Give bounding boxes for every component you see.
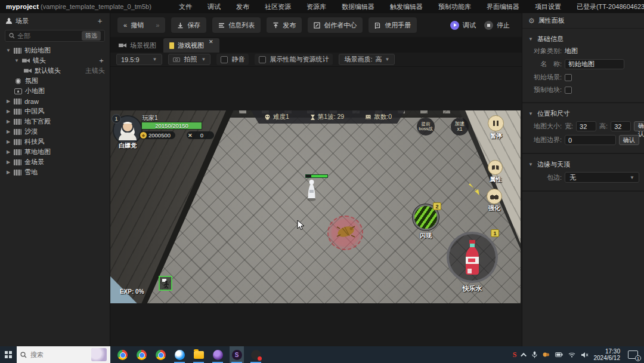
menu-debug[interactable]: 调试 xyxy=(208,2,221,11)
caret-collapsed-icon[interactable]: ▶ xyxy=(6,139,11,144)
tree-item-initial-map[interactable]: ▼初始地图 xyxy=(0,45,110,56)
stop-button[interactable]: 停止 xyxy=(484,21,510,30)
tree-item-minimap[interactable]: 小地图 xyxy=(0,86,110,96)
attributes-button[interactable] xyxy=(488,160,503,175)
browser-icon[interactable] xyxy=(115,346,129,363)
section-basic-header[interactable]: ▼基础信息 xyxy=(522,33,644,45)
start-button[interactable] xyxy=(0,346,17,363)
editor-app-icon[interactable]: S xyxy=(230,346,244,363)
tree-item-chinese-style[interactable]: ▶中国风 xyxy=(0,106,110,116)
recorder-app-icon[interactable] xyxy=(249,346,263,363)
save-button[interactable]: 保存 xyxy=(171,17,206,33)
info-list-button[interactable]: 信息列表 xyxy=(212,17,261,33)
filter-button[interactable]: 筛选 xyxy=(82,31,101,41)
player-name: 白嫖党 xyxy=(110,141,145,150)
aspect-ratio-select[interactable]: 19.5:9▼ xyxy=(116,54,162,65)
game-viewport[interactable]: 难度1 第1波: 29 敌数:0 xyxy=(110,110,521,303)
mute-checkbox[interactable] xyxy=(221,56,228,63)
battery-icon[interactable] xyxy=(555,352,563,357)
section-size-header[interactable]: ▼位置和尺寸 xyxy=(522,108,644,119)
tree-item-draw[interactable]: ▶draw xyxy=(0,96,110,106)
confirm-size-button[interactable]: 确认 xyxy=(634,121,644,131)
volume-muted-icon[interactable] xyxy=(581,352,589,358)
redo-button[interactable]: » xyxy=(150,17,165,33)
taskbar-search-input[interactable] xyxy=(30,351,88,358)
menu-logged-in[interactable]: 已登录(TT-2048604623) xyxy=(577,2,644,11)
menu-publish[interactable]: 发布 xyxy=(236,2,249,11)
tree-item-tech-style[interactable]: ▶科技风 xyxy=(0,137,110,147)
skill-cola-button[interactable] xyxy=(447,232,498,283)
pause-button[interactable] xyxy=(488,115,504,131)
menu-file[interactable]: 文件 xyxy=(179,2,192,11)
caret-expanded-icon[interactable]: ▼ xyxy=(14,58,19,63)
add-camera-button[interactable]: ＋ xyxy=(98,56,105,66)
tree-item-grass-map[interactable]: ▶草地地图 xyxy=(0,147,110,157)
tree-item-gold-scene[interactable]: ▶金场景 xyxy=(0,157,110,167)
caret-collapsed-icon[interactable]: ▶ xyxy=(6,99,11,104)
add-scene-button[interactable]: ＋ xyxy=(96,16,104,26)
prefab-tile-checkbox[interactable] xyxy=(565,87,572,94)
browser-icon[interactable] xyxy=(134,346,148,363)
publish-button[interactable]: 发布 xyxy=(267,17,302,33)
initial-scene-checkbox[interactable] xyxy=(565,74,572,81)
caret-expanded-icon[interactable]: ▼ xyxy=(6,48,11,53)
tray-orange-icon[interactable] xyxy=(543,352,550,358)
snapshot-button[interactable]: 拍照▼ xyxy=(168,54,211,65)
tree-item-camera-group[interactable]: ▼镜头＋ xyxy=(0,56,110,66)
debug-button[interactable]: 调试 xyxy=(450,21,476,30)
caret-collapsed-icon[interactable]: ▶ xyxy=(6,149,11,155)
map-width-input[interactable] xyxy=(576,121,596,131)
caret-collapsed-icon[interactable]: ▶ xyxy=(6,129,11,134)
menu-community-resources[interactable]: 社区资源 xyxy=(265,2,291,11)
caret-collapsed-icon[interactable]: ▶ xyxy=(6,159,11,165)
tree-item-underground-palace[interactable]: ▶地下宫殿 xyxy=(0,116,110,127)
tab-game-view[interactable]: 游戏视图✕ xyxy=(163,38,219,53)
menu-ui-editor[interactable]: 界面编辑器 xyxy=(487,2,519,11)
undo-button[interactable]: «撤销 xyxy=(117,17,150,33)
map-height-input[interactable] xyxy=(611,121,631,131)
perf-stats-checkbox[interactable] xyxy=(259,56,266,63)
section-edge-header[interactable]: ▼边缘与天顶 xyxy=(522,159,644,170)
microphone-icon[interactable] xyxy=(532,351,537,358)
menu-resource-library[interactable]: 资源库 xyxy=(306,2,326,11)
menu-project-settings[interactable]: 项目设置 xyxy=(535,2,561,11)
manual-button[interactable]: 使用手册 xyxy=(369,17,417,33)
scene-quality-select[interactable]: 场景画质:高▼ xyxy=(339,54,395,65)
tree-item-atmosphere[interactable]: 氛围 xyxy=(0,76,110,86)
clock[interactable]: 17:302024/6/12 xyxy=(594,348,621,362)
menu-prefab-library[interactable]: 预制功能库 xyxy=(438,2,471,11)
menu-data-editor[interactable]: 数据编辑器 xyxy=(342,2,374,11)
purple-app-icon[interactable] xyxy=(210,346,225,363)
confirm-border-button[interactable]: 确认 xyxy=(619,135,639,145)
early-boss-button[interactable]: 提前boss战 xyxy=(417,118,435,136)
map-icon xyxy=(14,109,21,115)
caret-collapsed-icon[interactable]: ▶ xyxy=(6,170,11,175)
enhance-button[interactable] xyxy=(487,189,502,204)
notification-icon[interactable]: 1 xyxy=(628,350,638,359)
caret-collapsed-icon[interactable]: ▶ xyxy=(6,109,11,114)
wifi-icon[interactable] xyxy=(568,352,575,358)
browser-blue-icon[interactable] xyxy=(172,346,187,363)
gear-icon: ⚙ xyxy=(528,17,535,25)
speed-up-button[interactable]: 加速x1 xyxy=(451,118,469,136)
tree-item-default-camera[interactable]: 默认镜头主镜头 xyxy=(0,66,110,76)
tray-red-s-icon[interactable]: S xyxy=(513,350,517,359)
search-icon xyxy=(20,352,27,358)
menu-trigger-editor[interactable]: 触发编辑器 xyxy=(390,2,423,11)
taskbar-search[interactable] xyxy=(17,346,110,363)
tree-item-snow[interactable]: ▶雪地 xyxy=(0,167,110,177)
wrap-edge-select[interactable]: 无▼ xyxy=(565,172,639,183)
creator-center-button[interactable]: 创作者中心 xyxy=(308,17,363,33)
name-input[interactable] xyxy=(565,59,624,69)
tree-item-desert[interactable]: ▶沙漠 xyxy=(0,127,110,137)
scene-search-input[interactable] xyxy=(17,32,79,39)
tutorial-arrow-icon xyxy=(466,183,482,196)
unit-marker[interactable] xyxy=(159,276,172,291)
tab-scene-view[interactable]: 场景视图 xyxy=(113,38,162,53)
browser-icon[interactable] xyxy=(153,346,168,363)
file-explorer-icon[interactable] xyxy=(191,346,206,363)
close-tab-icon[interactable]: ✕ xyxy=(209,39,213,45)
map-border-input[interactable] xyxy=(565,135,616,145)
chevron-up-icon[interactable] xyxy=(521,352,527,358)
caret-collapsed-icon[interactable]: ▶ xyxy=(6,119,11,124)
